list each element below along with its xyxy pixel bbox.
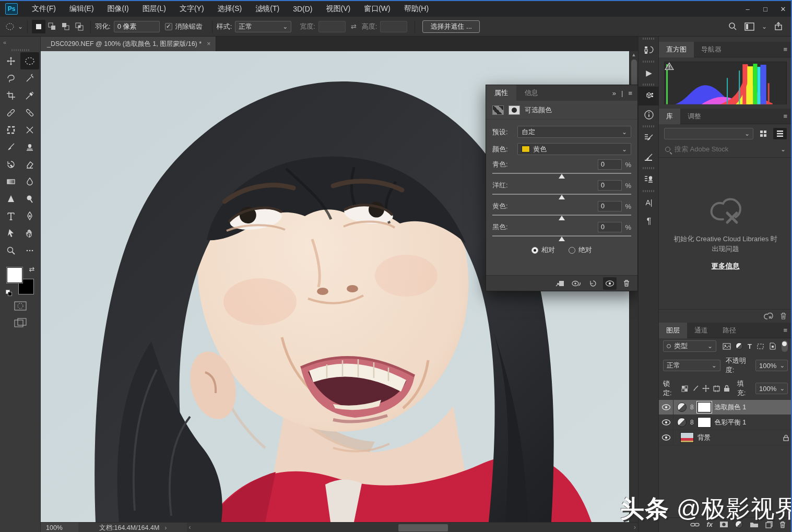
menu-3d[interactable]: 3D(D) (286, 1, 319, 17)
delete-library-icon[interactable] (780, 312, 787, 320)
clip-to-layer-button[interactable] (553, 277, 566, 290)
panel-grip[interactable] (643, 38, 654, 40)
filter-pixel-layers-icon[interactable] (723, 343, 731, 350)
quick-mask-button[interactable] (13, 300, 28, 312)
preset-select[interactable]: 自定 ⌄ (517, 126, 631, 138)
layer-mask-thumbnail[interactable] (698, 402, 711, 412)
mask-link-icon[interactable]: 8 (690, 404, 694, 411)
panel-menu-icon[interactable]: ≡ (783, 45, 792, 53)
tab-info[interactable]: 信息 (516, 85, 547, 101)
path-selection-tool[interactable] (2, 224, 20, 242)
panel-grip[interactable] (11, 49, 29, 51)
scroll-up-icon[interactable]: ▲ (630, 51, 638, 58)
histogram-warning-icon[interactable] (665, 62, 674, 70)
visibility-toggle[interactable] (659, 430, 673, 445)
elliptical-marquee-tool[interactable] (20, 52, 39, 69)
new-selection-mode-button[interactable] (32, 20, 45, 33)
clone-stamp-tool[interactable] (20, 138, 39, 156)
delete-adjustment-button[interactable] (620, 277, 633, 290)
tab-channels[interactable]: 通道 (687, 323, 715, 338)
magic-wand-tool[interactable] (20, 69, 39, 87)
menu-layer[interactable]: 图层(L) (136, 1, 173, 17)
eyedropper-tool[interactable] (20, 87, 39, 104)
menu-help[interactable]: 帮助(H) (397, 1, 435, 17)
width-input[interactable] (318, 21, 346, 32)
magenta-thumb[interactable] (559, 195, 565, 199)
canvas-horizontal-scrollbar[interactable]: ‹ › (187, 523, 638, 532)
layer-row-background[interactable]: 背景 (659, 430, 792, 445)
menu-select[interactable]: 选择(S) (211, 1, 249, 17)
chevron-down-icon[interactable]: ⌄ (762, 25, 767, 29)
horizontal-scroll-thumb[interactable] (398, 524, 448, 531)
layer-filter-select[interactable]: 类型 ⌄ (663, 340, 716, 352)
yellow-thumb[interactable] (559, 216, 565, 220)
sharpen-tool[interactable] (2, 190, 20, 207)
relative-radio[interactable]: 相对 (531, 245, 555, 255)
collapse-tools-icon[interactable]: « (3, 39, 6, 45)
screen-mode-button[interactable] (13, 316, 28, 329)
scroll-left-icon[interactable]: ‹ (189, 524, 191, 531)
filter-smart-objects-icon[interactable] (769, 342, 776, 350)
history-brush-tool[interactable] (2, 156, 20, 173)
clone-source-panel-icon[interactable] (639, 170, 659, 189)
hand-tool[interactable] (20, 224, 39, 242)
slice-tool[interactable] (20, 121, 39, 138)
blur-tool[interactable] (20, 173, 39, 190)
close-tab-icon[interactable]: × (207, 40, 210, 48)
layer-row-selective-color[interactable]: 8 选取颜色 1 (659, 400, 792, 415)
actions-panel-icon[interactable]: ▶ (639, 64, 659, 82)
view-previous-state-button[interactable] (570, 277, 583, 290)
fill-field[interactable]: 100% ⌄ (755, 383, 788, 394)
layer-name[interactable]: 背景 (698, 433, 711, 442)
adobe-stock-search[interactable]: ⌄ (659, 143, 792, 158)
tab-layers[interactable]: 图层 (659, 323, 687, 338)
menu-filter[interactable]: 滤镜(T) (249, 1, 286, 17)
history-panel-icon[interactable] (639, 41, 659, 60)
document-tab[interactable]: _DSC0290.NEF @ 100% (选取颜色 1, 图层蒙版/16) * … (41, 37, 216, 51)
collapse-panel-icon[interactable]: » (612, 89, 616, 97)
minimize-button[interactable]: – (739, 2, 756, 16)
layer-mask-thumbnail[interactable] (698, 417, 711, 428)
color-select[interactable]: 黄色 ⌄ (517, 143, 631, 155)
visibility-button[interactable] (603, 277, 617, 290)
more-tools[interactable] (20, 242, 39, 259)
tab-libraries[interactable]: 库 (659, 109, 680, 124)
more-info-link[interactable]: 更多信息 (712, 262, 740, 271)
magenta-input[interactable] (598, 180, 622, 191)
tab-adjustments[interactable]: 调整 (680, 109, 708, 124)
type-tool[interactable] (2, 207, 20, 224)
tab-histogram[interactable]: 直方图 (659, 42, 694, 57)
yellow-track[interactable] (492, 213, 631, 220)
healing-brush-tool[interactable] (20, 104, 39, 121)
absolute-radio[interactable]: 绝对 (569, 245, 592, 255)
brush-settings-panel-icon[interactable] (639, 128, 659, 147)
cyan-thumb[interactable] (559, 174, 565, 179)
menu-type[interactable]: 文字(Y) (173, 1, 211, 17)
layer-thumbnail[interactable] (680, 432, 694, 443)
zoom-tool[interactable] (2, 242, 20, 259)
frame-tool[interactable] (2, 121, 20, 138)
character-panel-icon[interactable]: A| (639, 193, 659, 212)
adjustment-layer-icon[interactable] (677, 403, 687, 412)
tool-preset-picker[interactable]: ⌄ (5, 22, 23, 31)
visibility-toggle[interactable] (659, 415, 673, 430)
gradient-tool[interactable] (2, 173, 20, 190)
intersect-selection-mode-button[interactable] (73, 20, 86, 33)
filter-type-layers-icon[interactable]: T (748, 342, 752, 350)
adjustment-layer-icon[interactable] (677, 418, 687, 427)
zoom-level-field[interactable]: 100% (41, 523, 78, 532)
paragraph-panel-icon[interactable]: ¶ (639, 212, 659, 231)
black-thumb[interactable] (559, 237, 565, 241)
share-icon[interactable] (774, 22, 783, 31)
filter-shape-layers-icon[interactable] (756, 343, 764, 350)
layer-row-color-balance[interactable]: 8 色彩平衡 1 (659, 415, 792, 430)
yellow-input[interactable] (598, 201, 622, 211)
grid-view-button[interactable] (756, 128, 770, 139)
spot-healing-brush-tool[interactable] (2, 104, 20, 121)
info-panel-icon[interactable] (639, 105, 659, 124)
menu-view[interactable]: 视图(V) (319, 1, 357, 17)
lasso-tool[interactable] (2, 69, 20, 87)
reset-button[interactable] (586, 277, 600, 290)
foreground-color-swatch[interactable] (7, 267, 22, 283)
lock-transparency-icon[interactable] (681, 385, 689, 392)
